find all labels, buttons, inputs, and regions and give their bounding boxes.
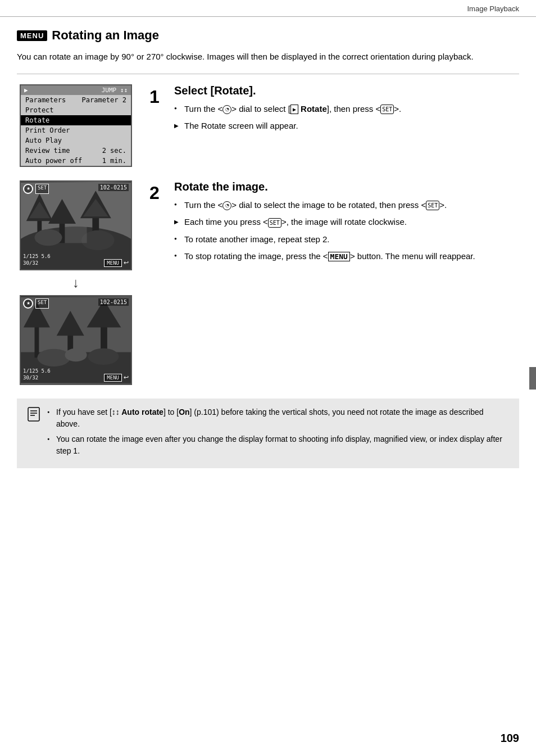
menu-item-poweroff: Auto power off 1 min.: [21, 156, 131, 166]
divider: [17, 74, 519, 74]
set-label-2: SET: [35, 298, 49, 309]
step-1-number: 1: [146, 87, 163, 107]
step-1-heading: Select [Rotate].: [174, 84, 519, 97]
step-1-bullet-2: The Rotate screen will appear.: [174, 120, 519, 133]
arrow-icon-1: ↩: [124, 259, 129, 266]
menu-item-protect: Protect: [21, 105, 131, 115]
step-2-bullet-4: To stop rotating the image, press the <M…: [174, 250, 519, 263]
section-title-row: MENU Rotating an Image: [17, 28, 519, 43]
photo-shutter-2: 1/125 5.6: [23, 368, 51, 375]
playback-icon: ▶: [290, 105, 298, 114]
camera-photo-screen-2: ★ SET 102-0215: [20, 295, 132, 385]
menu-badge: MENU: [17, 30, 47, 41]
note-list: If you have set [↕↕ Auto rotate] to [On]…: [47, 406, 509, 457]
note-item-1: If you have set [↕↕ Auto rotate] to [On]…: [47, 406, 509, 430]
step-2-bullet-1: Turn the <◔> dial to select the image to…: [174, 199, 519, 212]
menu-btn-1: MENU: [104, 259, 122, 267]
menu-item-autoplay: Auto Play: [21, 135, 131, 146]
set-icon: SET: [380, 105, 394, 114]
menu-btn-2: MENU: [104, 374, 122, 382]
menu-item-label: Auto power off: [25, 157, 82, 165]
menu-key: MENU: [328, 252, 350, 261]
menu-item-label: Protect: [25, 106, 54, 114]
photo-frame: 30/32: [23, 260, 51, 267]
arrow-icon-2: ↩: [124, 374, 129, 381]
photo-number-1: 102-0215: [98, 184, 129, 191]
note-content: If you have set [↕↕ Auto rotate] to [On]…: [47, 406, 509, 460]
photo-overlay-tl-2: ★ SET: [23, 298, 49, 309]
menu-item-print: Print Order: [21, 125, 131, 135]
svg-rect-12: [65, 226, 87, 242]
menu-item-label: Review time: [25, 147, 70, 155]
note-box: If you have set [↕↕ Auto rotate] to [On]…: [17, 399, 519, 468]
dial-icon-2: ◔: [222, 201, 231, 210]
note-icon: [27, 406, 40, 425]
svg-point-10: [35, 229, 62, 245]
set-icon-2: SET: [426, 201, 439, 210]
photo-frame-2: 30/32: [23, 375, 51, 382]
step-2-number: 2: [146, 183, 163, 203]
camera-icon-2: ★: [23, 298, 33, 309]
menu-item-parameters: Parameters Parameter 2: [21, 95, 131, 105]
camera-menu-screen: ▶ JUMP ↕↕ Parameters Parameter 2 Protect…: [20, 84, 132, 167]
intro-paragraph: You can rotate an image by 90° or 270° c…: [17, 51, 519, 64]
step-2-heading: Rotate the image.: [174, 180, 519, 193]
step-2-bullet-2: Each time you press <SET>, the image wil…: [174, 216, 519, 229]
photo-overlay-br-2: MENU ↩: [104, 374, 129, 382]
step-1-row: ▶ JUMP ↕↕ Parameters Parameter 2 Protect…: [17, 84, 519, 167]
note-item-2: You can rotate the image even after you …: [47, 433, 509, 457]
header-title: Image Playback: [467, 4, 520, 13]
camera-photo-screen-1: ★ SET 102-0215: [20, 180, 132, 270]
svg-rect-24: [28, 408, 39, 421]
note-symbol-icon: [27, 406, 40, 422]
svg-rect-15: [35, 324, 39, 357]
svg-point-22: [88, 348, 119, 364]
step-1-image-col: ▶ JUMP ↕↕ Parameters Parameter 2 Protect…: [17, 84, 135, 167]
dial-icon: ◔: [222, 105, 231, 114]
on-bold: On: [179, 408, 189, 417]
step-2-content: Rotate the image. Turn the <◔> dial to s…: [174, 180, 519, 268]
menu-item-label: Parameters: [25, 96, 66, 104]
photo-overlay-tl-1: ★ SET: [23, 184, 49, 194]
photo-number-2: 102-0215: [98, 298, 129, 306]
set-label-1: SET: [35, 184, 49, 194]
step-2-bullets: Turn the <◔> dial to select the image to…: [174, 199, 519, 263]
step-2-row: ★ SET 102-0215: [17, 180, 519, 385]
photo-overlay-br-1: MENU ↩: [104, 259, 129, 267]
camera-icon-1: ★: [23, 184, 33, 194]
menu-item-label: Print Order: [25, 126, 70, 134]
menu-item-label: Auto Play: [25, 137, 62, 144]
photo-shutter: 1/125 5.6: [23, 253, 51, 260]
step-1-content: Select [Rotate]. Turn the <◔> dial to se…: [174, 84, 519, 137]
down-arrow: ↓: [72, 275, 79, 291]
auto-rotate-bold: ↕↕ Auto rotate: [112, 408, 163, 417]
menu-item-value: 1 min.: [102, 157, 126, 165]
set-icon-3: SET: [268, 218, 281, 228]
right-tab: [529, 367, 536, 390]
page-number: 109: [501, 732, 519, 745]
step-2-bullet-3: To rotate another image, repeat step 2.: [174, 233, 519, 246]
menu-item-label: Rotate: [25, 116, 49, 124]
photo-info-bl-2: 1/125 5.6 30/32: [23, 368, 51, 381]
step-2-images: ★ SET 102-0215: [20, 180, 132, 385]
screen-header-left: ▶: [24, 87, 28, 94]
menu-item-value: Parameter 2: [82, 96, 126, 104]
svg-point-21: [37, 348, 70, 366]
photo-info-bl-1: 1/125 5.6 30/32: [23, 253, 51, 266]
step-2-image-col: ★ SET 102-0215: [17, 180, 135, 385]
menu-item-review: Review time 2 sec.: [21, 146, 131, 156]
menu-item-value: 2 sec.: [102, 147, 126, 155]
camera-screen-header: ▶ JUMP ↕↕: [21, 85, 131, 95]
menu-item-rotate: Rotate: [21, 115, 131, 125]
section-heading: Rotating an Image: [52, 28, 159, 43]
step-1-bullets: Turn the <◔> dial to select [▶ Rotate], …: [174, 103, 519, 133]
step-1-bullet-1: Turn the <◔> dial to select [▶ Rotate], …: [174, 103, 519, 116]
screen-header-right: JUMP ↕↕: [102, 87, 128, 94]
svg-point-23: [65, 348, 87, 361]
rotate-bold: Rotate: [301, 104, 327, 114]
